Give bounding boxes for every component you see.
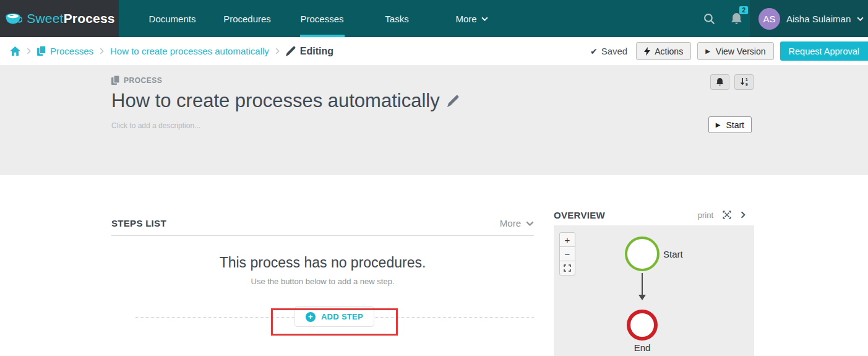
- edit-title-pencil-icon[interactable]: [447, 95, 459, 107]
- steps-header: STEPS LIST More: [111, 218, 534, 236]
- flow-arrow: [642, 273, 643, 295]
- chevron-right-icon: [27, 48, 31, 54]
- play-icon: ▶: [705, 48, 710, 54]
- overview-heading: OVERVIEW: [554, 210, 605, 220]
- nav-item-procedures[interactable]: Procedures: [210, 0, 285, 37]
- nav-item-tasks[interactable]: Tasks: [359, 0, 434, 37]
- editing-state: Editing: [286, 46, 333, 57]
- process-doc-icon: [111, 76, 120, 85]
- overview-tools: print: [698, 211, 754, 220]
- watch-button[interactable]: [710, 74, 729, 90]
- page-title: How to create processes automatically: [111, 90, 459, 112]
- brand-logo[interactable]: SweetProcess: [0, 0, 119, 37]
- empty-state-subtitle: Use the button below to add a new step.: [111, 277, 534, 286]
- user-name: Aisha Sulaiman: [786, 14, 851, 24]
- start-node-label: Start: [663, 249, 683, 259]
- flowchart-canvas[interactable]: + − Start End: [554, 225, 754, 356]
- process-type-label: PROCESS: [111, 76, 459, 85]
- flowchart-end-node[interactable]: [627, 310, 658, 341]
- zoom-in-button[interactable]: +: [559, 232, 575, 247]
- chevron-down-icon: [857, 17, 864, 21]
- notifications-button[interactable]: 2: [723, 0, 750, 37]
- expand-arrows-icon[interactable]: [723, 211, 731, 219]
- request-approval-button[interactable]: Request Approval: [780, 41, 868, 61]
- chevron-right-icon: [100, 48, 104, 54]
- home-icon: [10, 46, 20, 56]
- overview-header: OVERVIEW print: [554, 208, 754, 222]
- svg-text:1: 1: [746, 77, 748, 82]
- search-icon: [703, 13, 715, 25]
- avatar: AS: [758, 8, 780, 30]
- breadcrumb-current-page[interactable]: How to create processes automatically: [110, 46, 269, 56]
- sort-numeric-button[interactable]: 19: [734, 74, 754, 90]
- nav-item-processes[interactable]: Processes: [285, 0, 359, 37]
- overview-panel: OVERVIEW print + − Start End: [554, 208, 754, 356]
- processes-icon: [37, 46, 46, 56]
- steps-more-dropdown[interactable]: More: [500, 218, 534, 228]
- steps-list-heading: STEPS LIST: [111, 218, 166, 228]
- notification-badge: 2: [739, 6, 748, 14]
- fit-screen-button[interactable]: [559, 261, 575, 276]
- print-link[interactable]: print: [698, 211, 713, 220]
- description-placeholder[interactable]: Click to add a description...: [111, 121, 459, 130]
- saved-status: ✔ Saved: [590, 46, 627, 56]
- bell-icon: [716, 77, 724, 87]
- play-icon: ▶: [716, 121, 721, 128]
- breadcrumb: Processes How to create processes automa…: [0, 37, 868, 65]
- header-tool-buttons: 19: [710, 74, 754, 90]
- actions-button[interactable]: Actions: [636, 42, 691, 60]
- zoom-controls: + −: [559, 232, 575, 276]
- add-step-button[interactable]: + ADD STEP: [294, 306, 374, 327]
- page-header: PROCESS How to create processes automati…: [0, 65, 868, 175]
- zoom-out-button[interactable]: −: [559, 246, 575, 261]
- flow-arrow-head: [638, 295, 646, 300]
- fullscreen-icon: [564, 264, 571, 272]
- flowchart-start-node[interactable]: [625, 237, 660, 271]
- chevron-down-icon: [481, 17, 488, 21]
- steps-section: STEPS LIST More This process has no proc…: [111, 218, 534, 327]
- add-step-row: + ADD STEP: [135, 306, 534, 327]
- search-button[interactable]: [695, 0, 723, 37]
- lightning-icon: [644, 47, 650, 56]
- end-node-label: End: [634, 342, 651, 353]
- view-version-button[interactable]: ▶ View Version: [697, 42, 773, 60]
- breadcrumb-processes[interactable]: Processes: [37, 46, 93, 56]
- chevron-right-icon: [275, 48, 280, 54]
- pencil-icon: [286, 46, 296, 56]
- nav-item-more[interactable]: More: [434, 0, 509, 37]
- top-navbar: SweetProcess Documents Procedures Proces…: [0, 0, 868, 37]
- user-menu[interactable]: AS Aisha Sulaiman: [750, 0, 868, 37]
- sort-numeric-icon: 19: [740, 77, 749, 87]
- chevron-down-icon: [526, 221, 534, 226]
- empty-state-title: This process has no procedures.: [111, 254, 534, 271]
- nav-item-documents[interactable]: Documents: [135, 0, 210, 37]
- navbar-right: 2 AS Aisha Sulaiman: [695, 0, 868, 37]
- breadcrumb-home[interactable]: [10, 46, 20, 56]
- collapse-chevron-icon[interactable]: [741, 211, 746, 219]
- breadcrumb-actions: ✔ Saved Actions ▶ View Version Request A…: [590, 41, 868, 61]
- teacup-icon: [4, 11, 22, 27]
- plus-circle-icon: +: [306, 312, 316, 322]
- svg-text:9: 9: [746, 82, 748, 87]
- primary-nav: Documents Procedures Processes Tasks Mor…: [135, 0, 509, 37]
- brand-name: SweetProcess: [27, 11, 115, 26]
- header-content: PROCESS How to create processes automati…: [111, 76, 459, 130]
- check-icon: ✔: [590, 46, 598, 56]
- start-button[interactable]: ▶ Start: [708, 116, 752, 133]
